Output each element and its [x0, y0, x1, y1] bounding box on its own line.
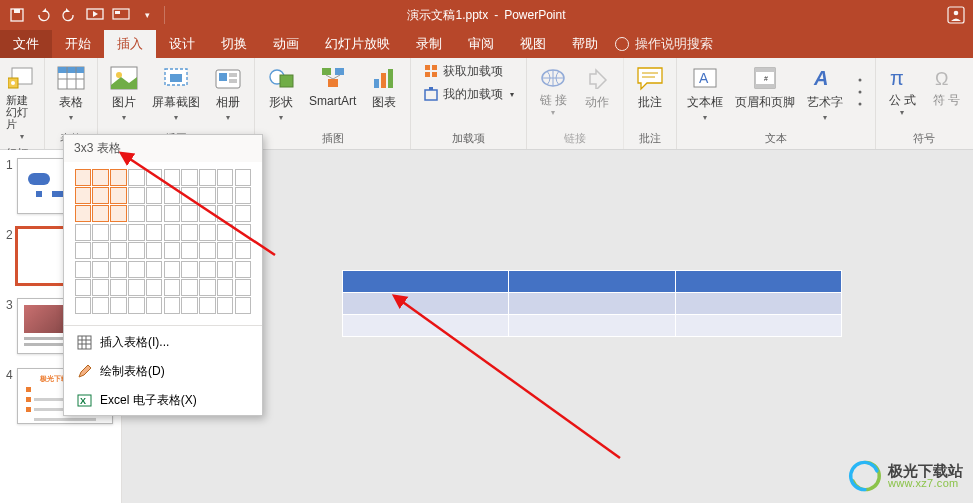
presenter-icon[interactable] [112, 6, 130, 24]
grid-cell[interactable] [181, 242, 197, 259]
grid-cell[interactable] [164, 205, 180, 222]
grid-cell[interactable] [235, 224, 251, 241]
grid-cell[interactable] [75, 261, 91, 278]
grid-cell[interactable] [75, 205, 91, 222]
grid-cell[interactable] [128, 297, 144, 314]
tab-transitions[interactable]: 切换 [208, 30, 260, 58]
grid-cell[interactable] [146, 169, 162, 186]
slideshow-from-start-icon[interactable] [86, 6, 104, 24]
grid-cell[interactable] [199, 279, 215, 296]
grid-cell[interactable] [92, 261, 108, 278]
grid-cell[interactable] [164, 187, 180, 204]
grid-cell[interactable] [92, 169, 108, 186]
draw-table-menuitem[interactable]: 绘制表格(D) [64, 357, 262, 386]
grid-cell[interactable] [146, 187, 162, 204]
grid-cell[interactable] [75, 242, 91, 259]
grid-cell[interactable] [128, 261, 144, 278]
grid-cell[interactable] [92, 187, 108, 204]
grid-cell[interactable] [217, 224, 233, 241]
grid-cell[interactable] [110, 205, 126, 222]
tab-design[interactable]: 设计 [156, 30, 208, 58]
grid-cell[interactable] [110, 242, 126, 259]
tab-record[interactable]: 录制 [403, 30, 455, 58]
get-addins-button[interactable]: 获取加载项 [417, 61, 520, 82]
grid-cell[interactable] [181, 261, 197, 278]
shapes-button[interactable]: 形状 ▾ [261, 61, 301, 125]
album-button[interactable]: 相册 ▾ [208, 61, 248, 125]
grid-cell[interactable] [128, 242, 144, 259]
textbox-button[interactable]: A 文本框 ▾ [683, 61, 727, 125]
tab-file[interactable]: 文件 [0, 30, 52, 58]
grid-cell[interactable] [128, 169, 144, 186]
comment-button[interactable]: 批注 [630, 61, 670, 114]
grid-cell[interactable] [235, 169, 251, 186]
grid-cell[interactable] [75, 297, 91, 314]
grid-cell[interactable] [146, 297, 162, 314]
grid-cell[interactable] [164, 169, 180, 186]
grid-cell[interactable] [235, 242, 251, 259]
header-footer-button[interactable]: # 页眉和页脚 [731, 61, 799, 114]
grid-cell[interactable] [181, 169, 197, 186]
new-slide-button[interactable]: 新建 幻灯片 ▾ [2, 61, 42, 144]
grid-cell[interactable] [217, 279, 233, 296]
grid-cell[interactable] [110, 187, 126, 204]
excel-table-menuitem[interactable]: X Excel 电子表格(X) [64, 386, 262, 415]
redo-icon[interactable] [60, 6, 78, 24]
equation-button[interactable]: π 公 式 ▾ [882, 61, 922, 120]
grid-cell[interactable] [235, 261, 251, 278]
tab-help[interactable]: 帮助 [559, 30, 611, 58]
grid-cell[interactable] [164, 297, 180, 314]
grid-cell[interactable] [217, 187, 233, 204]
grid-cell[interactable] [235, 297, 251, 314]
grid-cell[interactable] [199, 297, 215, 314]
tab-view[interactable]: 视图 [507, 30, 559, 58]
grid-cell[interactable] [181, 187, 197, 204]
grid-cell[interactable] [146, 242, 162, 259]
grid-cell[interactable] [164, 224, 180, 241]
insert-table-menuitem[interactable]: 插入表格(I)... [64, 328, 262, 357]
grid-cell[interactable] [217, 297, 233, 314]
tab-insert[interactable]: 插入 [104, 30, 156, 58]
grid-cell[interactable] [92, 279, 108, 296]
grid-cell[interactable] [128, 224, 144, 241]
tab-home[interactable]: 开始 [52, 30, 104, 58]
grid-cell[interactable] [75, 279, 91, 296]
grid-cell[interactable] [110, 297, 126, 314]
grid-cell[interactable] [235, 187, 251, 204]
qat-dropdown-icon[interactable]: ▾ [138, 6, 156, 24]
tell-me-search[interactable]: 操作说明搜索 [615, 30, 713, 58]
pictures-button[interactable]: 图片 ▾ [104, 61, 144, 125]
undo-icon[interactable] [34, 6, 52, 24]
grid-cell[interactable] [92, 205, 108, 222]
inserted-table[interactable] [342, 270, 842, 337]
grid-cell[interactable] [217, 205, 233, 222]
grid-cell[interactable] [235, 279, 251, 296]
grid-cell[interactable] [217, 261, 233, 278]
tab-slideshow[interactable]: 幻灯片放映 [312, 30, 403, 58]
grid-cell[interactable] [110, 224, 126, 241]
grid-cell[interactable] [164, 261, 180, 278]
tab-animations[interactable]: 动画 [260, 30, 312, 58]
grid-cell[interactable] [164, 279, 180, 296]
grid-cell[interactable] [146, 224, 162, 241]
grid-cell[interactable] [75, 187, 91, 204]
text-more-button[interactable] [851, 61, 869, 123]
my-addins-button[interactable]: 我的加载项▾ [417, 84, 520, 105]
grid-cell[interactable] [110, 169, 126, 186]
grid-cell[interactable] [199, 261, 215, 278]
grid-cell[interactable] [181, 224, 197, 241]
grid-cell[interactable] [110, 279, 126, 296]
save-icon[interactable] [8, 6, 26, 24]
grid-cell[interactable] [110, 261, 126, 278]
table-size-grid[interactable] [64, 162, 262, 323]
wordart-button[interactable]: A 艺术字 ▾ [803, 61, 847, 125]
grid-cell[interactable] [92, 224, 108, 241]
grid-cell[interactable] [128, 279, 144, 296]
screenshot-button[interactable]: 屏幕截图 ▾ [148, 61, 204, 125]
grid-cell[interactable] [146, 205, 162, 222]
grid-cell[interactable] [75, 224, 91, 241]
smartart-button[interactable]: SmartArt [305, 61, 360, 111]
grid-cell[interactable] [199, 242, 215, 259]
grid-cell[interactable] [146, 279, 162, 296]
grid-cell[interactable] [181, 297, 197, 314]
